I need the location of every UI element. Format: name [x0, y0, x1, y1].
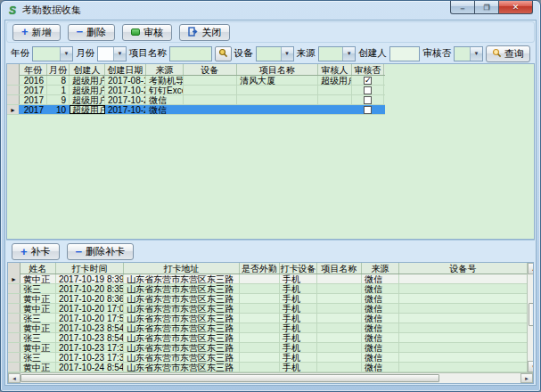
table-row[interactable]: 黄中正 2017-10-24 8:54: 山东省东营市东营区东三路 手机 微信 — [8, 363, 527, 372]
table-row[interactable]: 黄中正 2017-10-23 8:54: 山东省东营市东营区东三路 手机 微信 — [8, 323, 527, 333]
column-header-is-field-work[interactable]: 是否外勤 — [240, 263, 280, 274]
cell-project — [317, 274, 362, 283]
column-header-device[interactable]: 设备 — [184, 64, 237, 75]
table-row[interactable]: 黄中正 2017-10-23 17:30 山东省东营市东营区东三路 手机 微信 — [8, 343, 527, 353]
cell-punch-time: 2017-10-20 17:55 — [56, 314, 124, 323]
source-filter-label: 来源 — [297, 47, 316, 60]
source-combobox[interactable]: ▼ — [318, 46, 357, 61]
table-row[interactable]: 2016 8 超级用户 2017-08-15 考勤机导出 清风大厦 超级用户 — [7, 76, 385, 86]
table-row[interactable]: 张三 2017-10-23 8:54: 山东省东营市东营区东三路 手机 微信 — [8, 333, 527, 343]
cell-punch-address: 山东省东营市东营区东三路 — [124, 343, 240, 352]
cell-project — [317, 323, 362, 332]
cell-year: 2017 — [20, 86, 47, 94]
column-header-audited[interactable]: 审核否 — [352, 64, 384, 75]
table-row[interactable]: 黄中正 2017-10-20 17:03 山东省东营市东营区东三路 手机 微信 — [8, 304, 527, 314]
minus-icon: − — [76, 248, 83, 257]
vertical-scrollbar[interactable]: ▲ ▼ — [527, 263, 533, 372]
table-row-selected[interactable]: ► 2017 10 超级用户 2017-10-25 微信 — [7, 105, 385, 115]
close-button[interactable]: ✕ — [499, 1, 533, 14]
table-row[interactable]: 张三 2017-10-23 17:31 山东省东营市东营区东三路 手机 微信 — [8, 353, 527, 363]
checkbox-icon[interactable] — [364, 96, 372, 104]
add-button[interactable]: + 新增 — [12, 24, 61, 41]
checkbox-icon[interactable] — [364, 77, 372, 85]
project-name-input[interactable] — [169, 46, 212, 61]
column-header-project[interactable]: 项目名称 — [317, 263, 362, 274]
cell-device-no — [399, 363, 527, 372]
minimize-button[interactable]: – — [450, 1, 475, 14]
audited-combobox[interactable]: ▼ — [454, 46, 483, 61]
column-header-project[interactable]: 项目名称 — [237, 64, 318, 75]
table-row[interactable]: 2017 9 超级用户 2017-10-25 微信 — [7, 95, 385, 105]
column-header-year[interactable]: 年份 — [20, 64, 47, 75]
maximize-button[interactable]: ❐ — [475, 1, 499, 14]
cell-punch-address: 山东省东营市东营区东三路 — [124, 353, 240, 362]
row-indicator-cell — [7, 86, 20, 94]
year-combobox[interactable]: ▼ — [32, 46, 73, 61]
cell-source: 微信 — [362, 323, 399, 332]
column-header-auditor[interactable]: 审核人 — [318, 64, 352, 75]
query-button[interactable]: 查询 — [486, 45, 530, 62]
column-header-device-no[interactable]: 设备号 — [399, 263, 527, 274]
delete-makeup-card-button[interactable]: − 删除补卡 — [67, 243, 135, 260]
device-combobox[interactable]: ▼ — [256, 46, 294, 61]
project-lookup-button[interactable] — [215, 46, 232, 61]
cell-punch-time: 2017-10-19 8:39: — [56, 274, 124, 283]
column-header-name[interactable]: 姓名 — [20, 263, 56, 274]
chevron-down-icon[interactable]: ▼ — [281, 47, 293, 61]
main-toolbar: + 新增 − 删除 审核 关闭 — [6, 21, 535, 43]
column-header-punch-time[interactable]: 打卡时间 — [56, 263, 124, 274]
column-header-source[interactable]: 来源 — [362, 263, 399, 274]
cell-is-field-work — [240, 353, 280, 362]
delete-button[interactable]: − 删除 — [68, 24, 116, 41]
checkbox-icon[interactable] — [364, 106, 372, 114]
cell-project — [317, 353, 362, 362]
column-header-created-date[interactable]: 创建日期 — [105, 64, 146, 75]
cell-punch-device: 手机 — [280, 294, 317, 303]
table-row[interactable]: 张三 2017-10-20 17:55 山东省东营市东营区东三路 手机 微信 — [8, 314, 527, 323]
month-combobox[interactable]: ▼ — [97, 46, 127, 61]
makeup-card-button[interactable]: + 补卡 — [12, 243, 60, 260]
row-indicator-cell — [8, 343, 20, 352]
column-header-creator[interactable]: 创建人 — [70, 64, 105, 75]
table-row[interactable]: 2017 1 超级用户 2017-10-25 钉钉Excel — [7, 86, 385, 95]
horizontal-scrollbar[interactable]: ◄ ► — [8, 372, 533, 383]
chevron-down-icon[interactable]: ▼ — [470, 47, 482, 61]
horizontal-scroll-thumb[interactable] — [20, 374, 439, 382]
cell-punch-device: 手机 — [280, 323, 317, 332]
cell-device-no — [399, 353, 527, 362]
cell-source: 微信 — [146, 105, 184, 114]
creator-input[interactable] — [389, 46, 421, 61]
vertical-scroll-thumb[interactable] — [529, 303, 533, 326]
cell-project: 清风大厦 — [237, 76, 318, 85]
cell-device — [184, 86, 237, 94]
device-combobox-value — [257, 47, 258, 61]
scroll-up-icon[interactable]: ▲ — [528, 263, 533, 274]
cell-source: 微信 — [362, 343, 399, 352]
audit-button[interactable]: 审核 — [122, 24, 172, 41]
scroll-right-icon[interactable]: ► — [521, 373, 533, 383]
cell-name: 黄中正 — [20, 323, 56, 332]
table-row[interactable]: ► 黄中正 2017-10-19 8:39: 山东省东营市东营区东三路 手机 微… — [8, 274, 527, 284]
cell-project — [237, 95, 318, 104]
cell-name: 张三 — [20, 333, 56, 342]
cell-is-field-work — [240, 333, 280, 342]
row-indicator-cell — [8, 314, 20, 323]
chevron-down-icon[interactable]: ▼ — [113, 47, 126, 61]
punch-table: 姓名 打卡时间 打卡地址 是否外勤 打卡设备 项目名称 来源 设备号 ► 黄中正 — [8, 263, 527, 372]
column-header-punch-device[interactable]: 打卡设备 — [280, 263, 317, 274]
table-row[interactable]: 黄中正 2017-10-20 8:36: 山东省东营市东营区东三路 手机 微信 — [8, 294, 527, 304]
cell-creator-editing[interactable]: 超级用户 — [70, 105, 105, 114]
scroll-down-icon[interactable]: ▼ — [528, 361, 533, 372]
cell-source: 微信 — [362, 363, 399, 372]
column-header-punch-address[interactable]: 打卡地址 — [124, 263, 240, 274]
column-header-source[interactable]: 来源 — [146, 64, 184, 75]
scroll-left-icon[interactable]: ◄ — [8, 373, 20, 383]
table-row[interactable]: 张三 2017-10-20 8:35: 山东省东营市东营区东三路 手机 微信 — [8, 284, 527, 294]
cell-punch-address: 山东省东营市东营区东三路 — [124, 333, 240, 342]
checkbox-icon[interactable] — [364, 86, 372, 94]
column-header-month[interactable]: 月份 — [47, 64, 70, 75]
chevron-down-icon[interactable]: ▼ — [60, 47, 72, 61]
exit-button[interactable]: 关闭 — [179, 24, 230, 41]
chevron-down-icon[interactable]: ▼ — [342, 47, 355, 61]
cell-device — [184, 95, 237, 104]
